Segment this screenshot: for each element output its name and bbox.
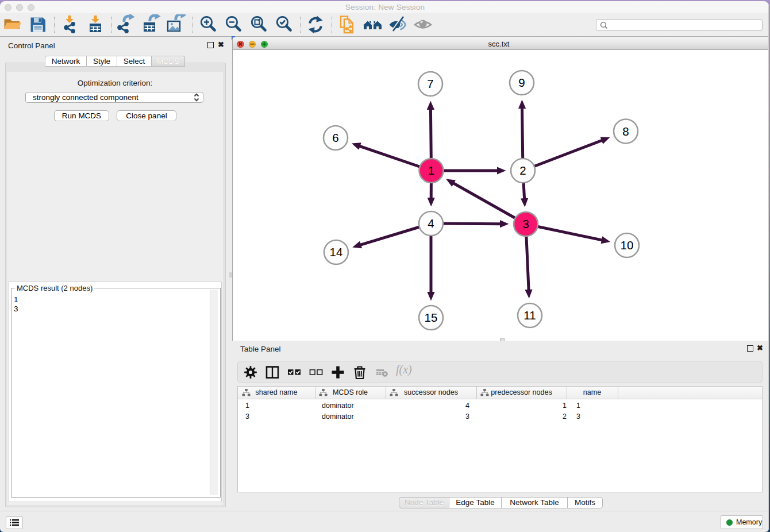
svg-text:14: 14 <box>330 245 343 259</box>
svg-text:10: 10 <box>621 238 634 252</box>
svg-text:3: 3 <box>522 217 529 230</box>
svg-text:11: 11 <box>523 309 536 322</box>
svg-text:7: 7 <box>427 77 433 90</box>
svg-text:4: 4 <box>428 217 434 230</box>
svg-text:9: 9 <box>518 76 525 89</box>
svg-text:1: 1 <box>428 164 434 177</box>
svg-text:6: 6 <box>332 131 338 144</box>
svg-text:15: 15 <box>425 311 438 324</box>
svg-text:8: 8 <box>622 125 629 138</box>
svg-text:2: 2 <box>519 164 526 177</box>
